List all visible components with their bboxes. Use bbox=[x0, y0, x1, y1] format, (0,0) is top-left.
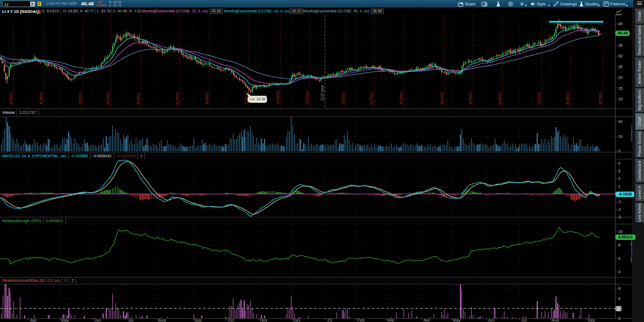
svg-text:10/21/22: 10/21/22 bbox=[244, 90, 248, 105]
svg-text:6/16/23: 6/16/23 bbox=[498, 92, 502, 105]
svg-text:Chart: Chart bbox=[637, 116, 642, 126]
svg-text:3/18/22: 3/18/22 bbox=[9, 92, 13, 105]
svg-text:12/16/22: 12/16/22 bbox=[305, 90, 309, 105]
svg-text:3/17/23: 3/17/23 bbox=[399, 92, 403, 105]
svg-text:-3: -3 bbox=[618, 215, 621, 219]
svg-text:Mar: Mar bbox=[387, 318, 394, 322]
svg-text:7/15/22: 7/15/22 bbox=[136, 92, 140, 105]
svg-text:Active Trader: Active Trader bbox=[637, 60, 642, 84]
svg-text:Trade: Trade bbox=[637, 11, 642, 21]
svg-text:Big Buttons: Big Buttons bbox=[637, 90, 642, 111]
svg-text:May: May bbox=[452, 318, 460, 322]
svg-text:8/18/23: 8/18/23 bbox=[566, 92, 569, 105]
svg-text:Aug: Aug bbox=[552, 318, 559, 322]
svg-text:30: 30 bbox=[618, 54, 623, 58]
svg-text:4: 4 bbox=[618, 296, 620, 301]
svg-text:0: 0 bbox=[618, 149, 620, 153]
svg-text:Jul: Jul bbox=[128, 318, 133, 322]
svg-text:Nov: Nov bbox=[260, 318, 268, 322]
svg-text:11/18/22: 11/18/22 bbox=[276, 91, 280, 105]
svg-text:20: 20 bbox=[618, 75, 623, 80]
svg-text:Jun: Jun bbox=[94, 318, 101, 322]
svg-text:Sep: Sep bbox=[588, 318, 596, 322]
svg-text:Sep: Sep bbox=[194, 318, 202, 322]
svg-text:Jun: Jun bbox=[488, 318, 495, 322]
svg-text:2/17/23: 2/17/23 bbox=[370, 92, 374, 105]
svg-text:9/16/22: 9/16/22 bbox=[205, 92, 209, 105]
svg-text:Aug: Aug bbox=[158, 318, 166, 322]
svg-text:Apr: Apr bbox=[30, 318, 37, 322]
svg-text:1: 1 bbox=[618, 184, 620, 189]
svg-text:10: 10 bbox=[618, 229, 623, 234]
svg-text:Phase Scores: Phase Scores bbox=[637, 131, 642, 157]
svg-text:Live News: Live News bbox=[637, 203, 642, 222]
svg-text:2: 2 bbox=[618, 176, 620, 181]
svg-text:40: 40 bbox=[618, 119, 623, 124]
svg-text:Jul: Jul bbox=[521, 318, 526, 322]
svg-text:20: 20 bbox=[618, 134, 623, 139]
svg-text:5/20/22: 5/20/22 bbox=[78, 92, 82, 105]
svg-text:Feb: Feb bbox=[357, 318, 365, 322]
svg-text:9/15/23: 9/15/23 bbox=[598, 92, 602, 105]
svg-text:7/21/23: 7/21/23 bbox=[537, 92, 541, 105]
svg-text:45: 45 bbox=[618, 21, 623, 26]
svg-text:8: 8 bbox=[618, 243, 620, 247]
svg-text:-1: -1 bbox=[618, 199, 621, 204]
svg-text:4/21/23: 4/21/23 bbox=[440, 92, 444, 105]
svg-text:2022 year: 2022 year bbox=[320, 84, 325, 101]
svg-text:Dashboard: Dashboard bbox=[637, 161, 642, 181]
svg-text:6: 6 bbox=[618, 286, 620, 291]
svg-text:6/17/22: 6/17/22 bbox=[106, 92, 110, 105]
svg-text:10: 10 bbox=[618, 97, 623, 101]
svg-text:Dec: Dec bbox=[293, 318, 301, 322]
svg-text:Times And Sales: Times And Sales bbox=[637, 25, 642, 55]
svg-text:Level II: Level II bbox=[637, 186, 642, 199]
svg-text:May: May bbox=[61, 318, 69, 322]
svg-text:0: 0 bbox=[618, 316, 620, 321]
svg-text:23: 23 bbox=[327, 318, 332, 322]
svg-text:15: 15 bbox=[618, 86, 623, 91]
svg-text:Lo: 12.52: Lo: 12.52 bbox=[250, 97, 266, 101]
svg-text:1/20/23: 1/20/23 bbox=[341, 92, 345, 105]
svg-text:5/19/23: 5/19/23 bbox=[469, 92, 472, 105]
svg-text:4: 4 bbox=[618, 269, 620, 274]
svg-text:-2: -2 bbox=[618, 207, 621, 212]
svg-text:25: 25 bbox=[618, 64, 623, 69]
svg-text:4/14/22: 4/14/22 bbox=[39, 92, 43, 105]
svg-text:Oct: Oct bbox=[228, 318, 235, 322]
svg-text:3: 3 bbox=[618, 169, 620, 173]
svg-text:8/19/22: 8/19/22 bbox=[175, 92, 179, 105]
svg-text:6: 6 bbox=[618, 256, 620, 261]
svg-text:4: 4 bbox=[618, 161, 620, 166]
svg-text:35: 35 bbox=[618, 43, 623, 48]
svg-text:Apr: Apr bbox=[423, 318, 430, 322]
